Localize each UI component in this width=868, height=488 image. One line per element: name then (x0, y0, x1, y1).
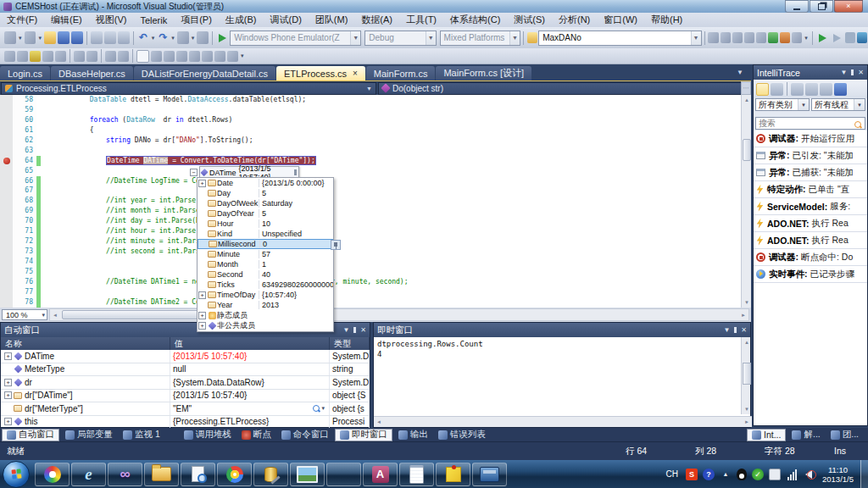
code-text[interactable]: //int day = int.Parse(DATime.Day.ToStrin… (41, 216, 751, 226)
solution-config-combo[interactable]: Debug▼ (364, 30, 436, 46)
navigate-dropdown[interactable]: ▾ (192, 35, 195, 42)
variable-row[interactable]: +dr{System.Data.DataRow}System.D (1, 376, 370, 390)
add-item-dropdown[interactable]: ▾ (38, 35, 42, 42)
open-file-icon[interactable] (44, 31, 56, 44)
taskbar-app-visual-studio[interactable] (108, 463, 142, 486)
code-line[interactable]: 62 string DANo = dr["DANo"].ToString(); (0, 136, 751, 146)
bubble-navigate-icon[interactable] (202, 51, 213, 62)
tool-window-tab-immediate[interactable]: 即时窗口 (335, 429, 392, 441)
document-tab[interactable]: MainForm.cs [设计] (436, 66, 531, 80)
comment-bubble-reply-icon[interactable] (164, 51, 175, 62)
intellitrace-event[interactable]: 调试器:断点命中: Do (754, 249, 867, 266)
new-code-review-bubble-icon[interactable] (136, 50, 149, 63)
previous-bubble-icon[interactable] (176, 51, 187, 62)
code-editor[interactable]: 58 DataTable dtetl = Model.DataAccess.da… (0, 95, 751, 308)
code-text[interactable]: //int month = int.Parse(DATime.Month.ToS… (41, 206, 751, 216)
taskbar-app-messenger[interactable] (35, 463, 70, 486)
restore-button[interactable] (810, 0, 833, 13)
taskbar-app-internet-explorer[interactable] (71, 463, 106, 486)
scrollbar-thumb[interactable] (743, 363, 751, 385)
intellitrace-event[interactable]: 实时事件:已记录步骤 (754, 266, 867, 283)
undo-icon[interactable]: ↶ (137, 31, 149, 44)
document-tab[interactable]: DBaseHelper.cs (51, 66, 133, 80)
tool-window-tab-output[interactable]: 输出 (394, 429, 432, 441)
save-icon[interactable] (58, 31, 70, 44)
editor-zoom-combo[interactable]: 100 % ▾ (2, 309, 47, 320)
pin-icon[interactable] (294, 169, 297, 175)
menu-item-生成(B)[interactable]: 生成(B) (219, 13, 264, 27)
intellitrace-event[interactable]: ADO.NET:执行 Rea (754, 215, 867, 232)
category-filter-combo[interactable]: 所有类别 ▼ (755, 98, 810, 111)
code-line[interactable]: 78 //DateTime DATime2 = Convert.ToDateTi… (0, 297, 751, 308)
comment-selection-icon[interactable] (105, 51, 116, 62)
datatip-member-row[interactable]: Month1 (198, 259, 333, 269)
close-tab-icon[interactable]: × (353, 69, 358, 78)
menu-item-Telerik[interactable]: Telerik (133, 14, 174, 26)
taskbar-app-remote-desktop[interactable] (472, 463, 507, 486)
taskbar-app-sticky-notes[interactable] (436, 463, 470, 486)
editor-horizontal-scrollbar[interactable]: ◄ ► (49, 308, 749, 321)
immediate-input-area[interactable]: dtprocessing.Rows.Count 4 (374, 337, 750, 414)
menu-item-数据(A)[interactable]: 数据(A) (354, 13, 399, 27)
code-line[interactable]: 76 //DateTime DATime1 = new DateTime(yea… (0, 277, 751, 287)
pin-icon[interactable] (734, 327, 737, 333)
search-input[interactable] (755, 117, 865, 130)
code-text[interactable]: //DateTime DATime2 = Convert.ToDateTime(… (41, 297, 751, 308)
code-line[interactable]: 69 //int month = int.Parse(DATime.Month.… (0, 206, 751, 216)
close-button[interactable]: × (834, 0, 863, 13)
document-tab[interactable]: MainForm.cs (366, 66, 436, 80)
member-list-icon[interactable] (4, 51, 15, 62)
tool-window-tab-team[interactable]: 团... (826, 429, 863, 441)
breakpoint-margin[interactable] (0, 156, 13, 166)
member-dropdown[interactable]: Do(object str) ▼ (378, 82, 750, 95)
breakpoint-margin[interactable] (0, 146, 13, 156)
datatip-member-row[interactable]: Millisecond0 (198, 239, 333, 249)
code-text[interactable] (41, 166, 751, 176)
comment-bubble-icon[interactable] (151, 51, 162, 62)
code-line[interactable]: 73 //int second = int.Parse(DATime.Secon… (0, 247, 751, 257)
code-text[interactable] (41, 186, 751, 196)
toolbox-icon[interactable] (744, 32, 754, 43)
scroll-right-icon[interactable]: ► (742, 417, 752, 427)
code-line[interactable]: 63 (0, 146, 751, 156)
indent-increase-icon[interactable] (86, 51, 97, 62)
menu-item-窗口(W)[interactable]: 窗口(W) (597, 13, 644, 27)
editor-vertical-scrollbar[interactable]: ▲ ▼ (741, 95, 751, 308)
code-text[interactable] (41, 146, 751, 156)
sogou-input-icon[interactable]: S (686, 469, 698, 480)
volume-muted-icon[interactable] (803, 469, 815, 480)
new-project-icon[interactable] (4, 31, 16, 44)
close-icon[interactable]: ✕ (858, 69, 864, 76)
code-line[interactable]: 59 (0, 105, 751, 115)
breakpoint-margin[interactable] (0, 297, 13, 308)
menu-item-测试(S)[interactable]: 测试(S) (507, 13, 552, 27)
tool-window-tab-autos[interactable]: 自动窗口 (2, 429, 59, 441)
events-list-view-icon[interactable] (756, 83, 769, 96)
breakpoint-margin[interactable] (0, 125, 13, 136)
document-tab[interactable]: ETLProcess.cs× (276, 66, 365, 80)
find-in-files-icon[interactable] (527, 32, 537, 43)
tool-window-tab-command[interactable]: 命令窗口 (277, 429, 333, 441)
filter-events-icon[interactable] (791, 83, 804, 96)
breakpoint-margin[interactable] (0, 166, 13, 176)
solution-platform-combo[interactable]: Mixed Platforms▼ (440, 30, 520, 46)
code-line[interactable]: 67 (0, 186, 751, 196)
tool-window-tab-watch[interactable]: 监视 1 (119, 429, 164, 441)
document-tab[interactable]: Login.cs (0, 66, 50, 80)
show-timeline-icon[interactable] (805, 83, 818, 96)
title-bar[interactable]: CEMSHost (正在调试) - Microsoft Visual Studi… (0, 0, 868, 14)
column-header-type[interactable]: 类型 (330, 337, 370, 350)
word-completion-icon[interactable] (42, 51, 53, 62)
variable-row[interactable]: +this{Processing.ETLProcess}Processi (1, 416, 370, 430)
document-tab[interactable]: DAListForEnergyDataDetail.cs (134, 66, 275, 80)
breakpoint-margin[interactable] (0, 105, 13, 115)
taskbar-app-chrome[interactable] (217, 463, 252, 486)
scroll-left-icon[interactable]: ◄ (374, 417, 384, 427)
code-text[interactable]: //int minute = int.Parse(DATime.Minute.T… (41, 236, 751, 247)
code-text[interactable]: //int year = int.Parse(DATime.Year.ToStr… (41, 196, 751, 206)
code-text[interactable]: foreach (DataRow dr in dtetl.Rows) (41, 115, 751, 125)
breakpoint-margin[interactable] (0, 115, 13, 125)
show-desktop-button[interactable] (860, 460, 868, 488)
scroll-down-icon[interactable]: ▼ (742, 297, 752, 308)
code-text[interactable]: DataTable dtetl = Model.DataAccess.dataT… (41, 95, 751, 105)
